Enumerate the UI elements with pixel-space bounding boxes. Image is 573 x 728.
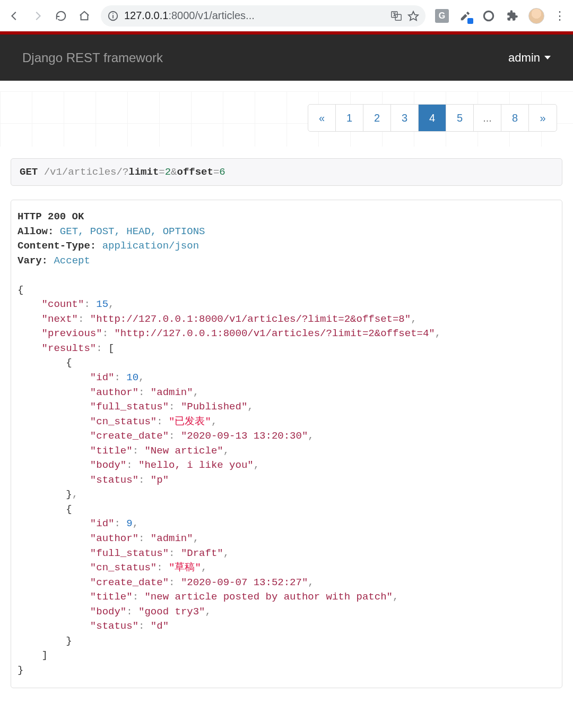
page-8[interactable]: 8 [501,105,529,131]
page-1[interactable]: 1 [336,105,363,131]
svg-marker-5 [409,11,418,20]
site-info-icon[interactable] [107,10,119,22]
extension-g-icon[interactable]: G [435,9,449,23]
address-bar[interactable]: 127.0.0.1:8000/v1/articles... [101,5,426,27]
user-name: admin [508,51,540,65]
pagination: «12345...8» [308,104,557,132]
svg-point-6 [484,11,493,20]
extensions-puzzle-icon[interactable] [505,9,519,23]
response-panel: HTTP 200 OK Allow: GET, POST, HEAD, OPTI… [11,200,562,688]
extension-icons: G ⋮ [435,8,566,24]
page-3[interactable]: 3 [391,105,419,131]
forward-button[interactable] [31,9,45,23]
browser-menu-icon[interactable]: ⋮ [554,10,566,22]
page-5[interactable]: 5 [446,105,474,131]
profile-avatar[interactable] [528,8,544,24]
pagination-area: «12345...8» [0,91,573,147]
reload-button[interactable] [54,9,68,23]
back-button[interactable] [7,9,21,23]
page-4[interactable]: 4 [419,105,446,131]
page-...: ... [474,105,501,131]
app-navbar: Django REST framework admin [0,35,573,81]
extension-circle-icon[interactable] [482,9,496,23]
browser-toolbar: 127.0.0.1:8000/v1/articles... G ⋮ [0,0,573,31]
color-picker-extension-icon[interactable] [458,9,472,23]
request-panel: GET /v1/articles/?limit=2&offset=6 [11,158,562,186]
brand-link[interactable]: Django REST framework [22,50,163,65]
page-2[interactable]: 2 [363,105,391,131]
home-button[interactable] [77,9,91,23]
caret-down-icon [544,56,551,59]
request-path: /v1/articles/?limit=2&offset=6 [44,166,225,178]
url-text: 127.0.0.1:8000/v1/articles... [124,10,385,22]
translate-icon[interactable] [390,10,402,22]
page-first[interactable]: « [308,105,336,131]
user-dropdown[interactable]: admin [508,51,551,65]
request-method: GET [20,166,38,178]
page-last[interactable]: » [529,105,557,131]
svg-point-2 [112,13,114,14]
bookmark-star-icon[interactable] [407,10,419,22]
